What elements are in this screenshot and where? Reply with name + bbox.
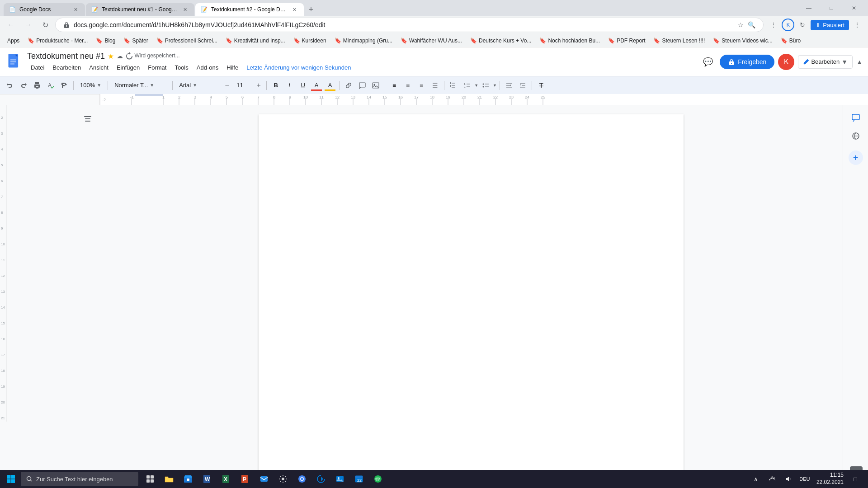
taskbar-volume-icon[interactable] bbox=[781, 472, 796, 486]
italic-button[interactable]: I bbox=[283, 79, 296, 92]
line-spacing-button[interactable] bbox=[447, 79, 460, 92]
share-button[interactable]: Freigeben bbox=[720, 55, 774, 69]
add-to-sidebar-button[interactable]: + bbox=[849, 150, 863, 165]
menu-addons[interactable]: Add-ons bbox=[193, 63, 222, 72]
menu-einfuegen[interactable]: Einfügen bbox=[113, 63, 143, 72]
cloud-icon[interactable]: ☁ bbox=[117, 52, 123, 60]
edit-mode-button[interactable]: Bearbeiten ▼ bbox=[798, 55, 853, 69]
menu-tools[interactable]: Tools bbox=[171, 63, 192, 72]
taskbar-photos[interactable] bbox=[331, 471, 349, 487]
text-color-button[interactable]: A bbox=[310, 79, 323, 92]
tab1-close[interactable]: ✕ bbox=[71, 5, 80, 14]
print-button[interactable] bbox=[31, 79, 43, 92]
spellcheck-button[interactable]: A bbox=[44, 79, 57, 92]
taskbar-word[interactable]: W bbox=[198, 471, 216, 487]
url-text[interactable]: docs.google.com/document/d/1hUH8k6h7Lb8y… bbox=[74, 21, 732, 28]
bookmark-produktsuche[interactable]: 🔖 Produktsuche - Mer... bbox=[24, 36, 91, 45]
ordered-list-button[interactable]: 1. 2. bbox=[461, 79, 473, 92]
pause-button[interactable]: ⏸ Pausiert bbox=[811, 20, 849, 30]
tab-google-docs[interactable]: 📄 Google Docs ✕ bbox=[4, 3, 85, 16]
sync-icon[interactable]: ↻ bbox=[795, 18, 810, 32]
bold-button[interactable]: B bbox=[269, 79, 282, 92]
align-justify-button[interactable]: ☰ bbox=[429, 79, 441, 92]
bookmark-professionell[interactable]: 🔖 Professionell Schrei... bbox=[153, 36, 221, 45]
start-button[interactable] bbox=[2, 471, 20, 487]
highlight-button[interactable]: A bbox=[324, 79, 336, 92]
bookmark-mindmapping[interactable]: 🔖 Mindmapping (Gru... bbox=[331, 36, 396, 45]
font-size-decrease[interactable]: − bbox=[222, 80, 232, 90]
underline-button[interactable]: U bbox=[297, 79, 309, 92]
clear-formatting-button[interactable]: T̶ bbox=[535, 79, 547, 92]
user-avatar[interactable]: K bbox=[778, 54, 794, 70]
taskbar-powerpoint[interactable]: P bbox=[236, 471, 254, 487]
menu-bearbeiten[interactable]: Bearbeiten bbox=[49, 63, 85, 72]
tab-doc1[interactable]: 📝 Textdokument neu #1 - Google ... ✕ bbox=[86, 3, 194, 16]
maximize-button[interactable]: □ bbox=[821, 0, 842, 16]
taskbar-clock[interactable]: 11:15 22.02.2021 bbox=[814, 471, 846, 487]
star-icon[interactable]: ☆ bbox=[736, 20, 745, 29]
font-size-dropdown[interactable]: 11 bbox=[233, 79, 253, 92]
chat-button[interactable]: 💬 bbox=[700, 54, 716, 70]
expand-toolbar-icon[interactable]: ▲ bbox=[856, 58, 863, 66]
lens-icon[interactable]: 🔍 bbox=[747, 20, 756, 29]
taskbar-spotify[interactable] bbox=[369, 471, 387, 487]
apps-bookmark[interactable]: Apps bbox=[4, 36, 23, 45]
docs-logo[interactable] bbox=[5, 53, 24, 71]
back-button[interactable]: ← bbox=[4, 18, 18, 32]
docs-page-area[interactable] bbox=[99, 105, 843, 470]
forward-button[interactable]: → bbox=[21, 18, 35, 32]
link-button[interactable] bbox=[342, 79, 355, 92]
close-button[interactable]: ✕ bbox=[844, 0, 864, 16]
bookmark-steuern-lesen[interactable]: 🔖 Steuern Lesen !!!! bbox=[650, 36, 708, 45]
undo-button[interactable] bbox=[4, 79, 16, 92]
extensions-icon[interactable]: ⋮ bbox=[766, 18, 781, 32]
taskbar-search[interactable]: Zur Suche Text hier eingeben bbox=[21, 472, 138, 486]
taskbar-deu-label[interactable]: DEU bbox=[797, 472, 812, 486]
bookmark-spaeter[interactable]: 🔖 Später bbox=[120, 36, 151, 45]
decrease-indent-button[interactable] bbox=[503, 79, 515, 92]
taskbar-chevron-up[interactable]: ∧ bbox=[749, 472, 763, 486]
font-dropdown[interactable]: Arial ▼ bbox=[175, 79, 216, 92]
redo-button[interactable] bbox=[17, 79, 30, 92]
increase-indent-button[interactable] bbox=[516, 79, 529, 92]
paint-format-button[interactable] bbox=[58, 79, 71, 92]
taskbar-network-icon[interactable] bbox=[765, 472, 779, 486]
align-right-button[interactable]: ≡ bbox=[415, 79, 428, 92]
zoom-dropdown[interactable]: 100% ▼ bbox=[76, 79, 105, 92]
new-tab-button[interactable]: + bbox=[305, 3, 317, 16]
bookmark-hochladen[interactable]: 🔖 Noch hochladen Bu... bbox=[536, 36, 604, 45]
document-title[interactable]: Textdokument neu #1 bbox=[27, 52, 105, 61]
taskbar-file-explorer[interactable] bbox=[160, 471, 178, 487]
taskbar-edge[interactable] bbox=[312, 471, 330, 487]
taskbar-settings[interactable] bbox=[274, 471, 292, 487]
menu-datei[interactable]: Datei bbox=[27, 63, 48, 72]
menu-ansicht[interactable]: Ansicht bbox=[85, 63, 112, 72]
tab-doc2[interactable]: 📝 Textdokument #2 - Google Docs ✕ bbox=[195, 3, 304, 16]
menu-hilfe[interactable]: Hilfe bbox=[223, 63, 242, 72]
unordered-list-arrow[interactable]: ▼ bbox=[493, 83, 497, 88]
outline-toggle-button[interactable] bbox=[81, 113, 94, 125]
comment-button[interactable] bbox=[356, 79, 368, 92]
bookmark-buero[interactable]: 🔖 Büro bbox=[777, 36, 804, 45]
bookmark-wahlfaecher[interactable]: 🔖 Wahlfächer WU Aus... bbox=[397, 36, 466, 45]
taskbar-task-view[interactable] bbox=[141, 471, 159, 487]
ordered-list-arrow[interactable]: ▼ bbox=[474, 83, 478, 88]
bookmark-deutsche[interactable]: 🔖 Deutsche Kurs + Vo... bbox=[467, 36, 535, 45]
taskbar-calendar[interactable]: 22 bbox=[350, 471, 368, 487]
last-edit-link[interactable]: Letzte Änderung vor wenigen Sekunden bbox=[243, 63, 354, 72]
reload-button[interactable]: ↻ bbox=[38, 18, 52, 32]
paragraph-style-dropdown[interactable]: Normaler T... ▼ bbox=[111, 79, 170, 92]
tab3-close[interactable]: ✕ bbox=[290, 5, 298, 14]
address-bar[interactable]: docs.google.com/document/d/1hUH8k6h7Lb8y… bbox=[55, 18, 764, 32]
star-button[interactable]: ★ bbox=[108, 52, 114, 61]
links-panel-button[interactable] bbox=[849, 129, 863, 143]
font-size-increase[interactable]: + bbox=[254, 80, 264, 90]
comments-panel-button[interactable] bbox=[849, 111, 863, 125]
taskbar-excel[interactable]: X bbox=[217, 471, 235, 487]
image-button[interactable] bbox=[369, 79, 382, 92]
scroll-button[interactable]: ▲ bbox=[850, 466, 863, 470]
taskbar-store[interactable] bbox=[179, 471, 197, 487]
bookmark-steuern-videos[interactable]: 🔖 Steuern Videos wic... bbox=[709, 36, 776, 45]
taskbar-mail[interactable] bbox=[255, 471, 273, 487]
taskbar-chrome[interactable] bbox=[293, 471, 311, 487]
